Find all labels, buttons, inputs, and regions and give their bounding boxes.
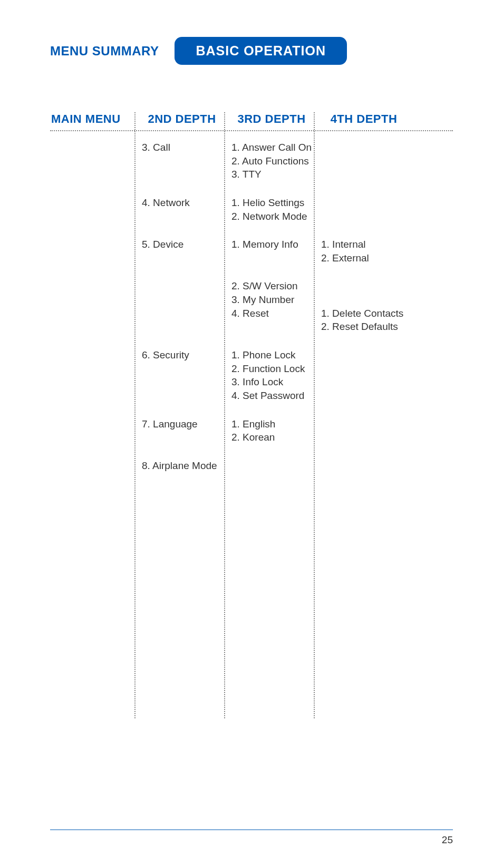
1-page-number: 25 xyxy=(442,834,453,845)
cell-main-menu xyxy=(50,238,134,265)
cell-main-menu xyxy=(50,279,134,334)
cell-2nd-depth: 7. Language xyxy=(134,417,224,444)
cell-main-menu xyxy=(50,141,134,181)
cell-main-menu xyxy=(50,459,134,473)
cell-main-menu xyxy=(50,348,134,403)
table-row: 4. Network 1. Helio Settings2. Network M… xyxy=(50,196,453,223)
cell-main-menu xyxy=(50,196,134,223)
cell-3rd-depth: 1. Phone Lock2. Function Lock3. Info Loc… xyxy=(224,348,314,403)
column-header-main-menu: MAIN MENU xyxy=(50,112,134,126)
cell-4th-depth: 1. Delete Contacts2. Reset Defaults xyxy=(314,279,409,334)
cell-3rd-depth: 2. S/W Version3. My Number4. Reset xyxy=(224,279,314,334)
table-row: 3. Call 1. Answer Call On2. Auto Functio… xyxy=(50,141,453,181)
table-row: 2. S/W Version3. My Number4. Reset 1. De… xyxy=(50,279,453,334)
column-header-3rd-depth: 3RD DEPTH xyxy=(224,112,314,126)
cell-3rd-depth: 1. Answer Call On2. Auto Functions3. TTY xyxy=(224,141,314,181)
cell-4th-depth xyxy=(314,141,409,181)
table-rows: 3. Call 1. Answer Call On2. Auto Functio… xyxy=(50,141,453,473)
cell-3rd-depth: 1. Memory Info xyxy=(224,238,314,265)
cell-3rd-depth xyxy=(224,459,314,473)
document-page: MENU SUMMARY BASIC OPERATION MAIN MENU 2… xyxy=(0,0,503,868)
cell-4th-depth xyxy=(314,196,409,223)
table-row: 6. Security 1. Phone Lock2. Function Loc… xyxy=(50,348,453,403)
page-footer: 25 xyxy=(50,830,453,846)
column-header-4th-depth: 4TH DEPTH xyxy=(314,112,409,126)
cell-2nd-depth: 3. Call xyxy=(134,141,224,181)
basic-operation-badge: BASIC OPERATION xyxy=(175,37,347,65)
column-headers: MAIN MENU 2ND DEPTH 3RD DEPTH 4TH DEPTH xyxy=(50,112,453,131)
cell-3rd-depth: 1. Helio Settings2. Network Mode xyxy=(224,196,314,223)
cell-4th-depth xyxy=(314,348,409,403)
cell-2nd-depth: 8. Airplane Mode xyxy=(134,459,224,473)
cell-2nd-depth xyxy=(134,279,224,334)
header-row: MENU SUMMARY BASIC OPERATION xyxy=(50,37,453,65)
menu-table: MAIN MENU 2ND DEPTH 3RD DEPTH 4TH DEPTH … xyxy=(50,112,453,473)
table-row: 5. Device 1. Memory Info 1. Internal2. E… xyxy=(50,238,453,265)
cell-3rd-depth: 1. English2. Korean xyxy=(224,417,314,444)
menu-summary-label: MENU SUMMARY xyxy=(50,44,159,58)
cell-2nd-depth: 4. Network xyxy=(134,196,224,223)
column-header-2nd-depth: 2ND DEPTH xyxy=(134,112,224,126)
cell-2nd-depth: 5. Device xyxy=(134,238,224,265)
table-row: 7. Language 1. English2. Korean xyxy=(50,417,453,444)
table-row: 8. Airplane Mode xyxy=(50,459,453,473)
cell-4th-depth xyxy=(314,459,409,473)
cell-4th-depth xyxy=(314,417,409,444)
cell-main-menu xyxy=(50,417,134,444)
cell-2nd-depth: 6. Security xyxy=(134,348,224,403)
cell-4th-depth: 1. Internal2. External xyxy=(314,238,409,265)
